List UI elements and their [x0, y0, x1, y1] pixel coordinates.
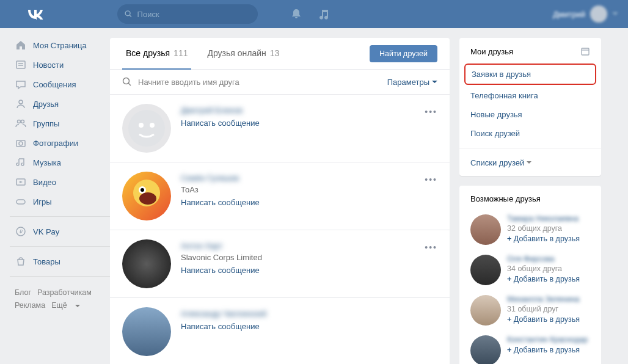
friend-name-link[interactable]: Александр Чаплинский [181, 309, 266, 318]
phonebook-link[interactable]: Телефонная книга [459, 86, 601, 105]
svg-point-17 [139, 123, 144, 128]
friend-name-link[interactable]: Антон Харт [181, 241, 262, 250]
svg-rect-11 [16, 200, 25, 204]
calendar-icon[interactable] [580, 46, 590, 56]
my-friends-label[interactable]: Мои друзья [470, 47, 513, 56]
write-message-link[interactable]: Написать сообщение [181, 266, 262, 275]
nav-games[interactable]: Игры [10, 192, 110, 211]
tab-count: 13 [270, 48, 280, 58]
nav-label: Видео [33, 178, 56, 187]
avatar [590, 5, 607, 23]
music-nav-icon [15, 156, 27, 169]
nav-label: Новости [33, 60, 64, 70]
suggestion-name[interactable]: Константин Краснодар [507, 335, 588, 344]
chevron-down-icon [612, 12, 618, 16]
user-menu[interactable]: Дмитрий [553, 5, 618, 23]
msg-icon [15, 78, 27, 90]
svg-rect-2 [16, 61, 25, 68]
find-friends-link[interactable]: Поиск друзей [459, 124, 601, 143]
friend-row: Семён Гуляшев ТоАз Написать сообщение ••… [110, 162, 450, 230]
username: Дмитрий [553, 10, 585, 19]
nav-photos[interactable]: Фотографии [10, 133, 110, 153]
suggestion-avatar[interactable] [470, 214, 501, 245]
write-message-link[interactable]: Написать сообщение [181, 118, 260, 128]
suggestion-name[interactable]: Тамара Николаевна [507, 214, 580, 223]
friend-row: Дмитрий Блинов Написать сообщение ••• [110, 95, 450, 162]
tab-all-friends[interactable]: Все друзья111 [122, 38, 191, 70]
svg-point-6 [18, 120, 21, 123]
chevron-down-icon [432, 81, 437, 84]
music-icon[interactable] [318, 9, 329, 20]
suggestion-avatar[interactable] [470, 255, 501, 285]
nav-music[interactable]: Музыка [10, 153, 110, 172]
search-icon [122, 77, 132, 87]
svg-text:₽: ₽ [20, 229, 23, 235]
nav-video[interactable]: Видео [10, 172, 110, 192]
suggestion-mutual: 32 общих друга [507, 224, 580, 233]
nav-label: Друзья [33, 100, 59, 109]
svg-point-16 [128, 110, 165, 147]
nav-messages[interactable]: Сообщения [10, 75, 110, 94]
friend-lists-link[interactable]: Списки друзей [459, 153, 601, 176]
footer-ads[interactable]: Реклама [15, 301, 45, 310]
add-friend-link[interactable]: Добавить в друзья [507, 315, 580, 324]
write-message-link[interactable]: Написать сообщение [181, 198, 260, 207]
friend-name-link[interactable]: Семён Гуляшев [181, 173, 260, 183]
suggestion-avatar[interactable] [470, 295, 501, 326]
svg-point-21 [141, 188, 144, 192]
nav-friends[interactable]: Друзья [10, 94, 110, 114]
vk-logo[interactable] [27, 9, 44, 20]
svg-point-7 [21, 120, 24, 123]
nav-my-page[interactable]: Моя Страница [10, 35, 110, 55]
nav-label: VK Pay [33, 227, 59, 236]
find-friends-button[interactable]: Найти друзей [370, 45, 437, 62]
nav-goods[interactable]: Товары [10, 252, 110, 271]
nav-label: Группы [33, 119, 59, 128]
bell-icon[interactable] [290, 8, 302, 20]
friend-menu-icon[interactable]: ••• [425, 107, 437, 117]
friend-avatar[interactable] [122, 307, 171, 356]
tab-online-friends[interactable]: Друзья онлайн13 [203, 38, 283, 70]
friend-menu-icon[interactable]: ••• [425, 175, 437, 184]
svg-rect-23 [582, 48, 589, 55]
footer-dev[interactable]: Разработчикам [37, 288, 92, 297]
suggestion-row: Константин Краснодар Добавить в друзья [459, 330, 601, 364]
suggestion-row: Оля Фирсова 34 общих друга Добавить в др… [459, 250, 601, 290]
add-friend-link[interactable]: Добавить в друзья [507, 346, 588, 354]
write-message-link[interactable]: Написать сообщение [181, 322, 266, 331]
svg-line-1 [130, 15, 131, 17]
suggestions-title: Возможные друзья [459, 186, 601, 209]
params-link[interactable]: Параметры [387, 78, 437, 87]
right-column: Мои друзья Заявки в друзья Телефонная кн… [459, 38, 601, 364]
footer-blog[interactable]: Блог [15, 288, 31, 297]
friend-subtitle: ТоАз [181, 185, 260, 194]
nav-groups[interactable]: Группы [10, 114, 110, 133]
suggestion-name[interactable]: Михаилла Зеленина [507, 295, 580, 304]
search-input[interactable] [137, 10, 250, 19]
friend-menu-icon[interactable]: ••• [425, 242, 437, 252]
games-icon [15, 195, 27, 208]
search-bar[interactable] [117, 4, 258, 24]
footer-more[interactable]: Ещё [51, 301, 80, 310]
friend-avatar[interactable] [122, 172, 171, 220]
nav-label: Сообщения [33, 80, 76, 89]
friend-avatar[interactable] [122, 239, 171, 288]
nav-vkpay[interactable]: ₽VK Pay [10, 222, 110, 241]
suggestion-mutual: 31 общий друг [507, 305, 580, 313]
nav-label: Фотографии [33, 139, 78, 148]
add-friend-link[interactable]: Добавить в друзья [507, 275, 580, 283]
friend-requests-link[interactable]: Заявки в друзья [464, 64, 596, 85]
add-friend-link[interactable]: Добавить в друзья [507, 235, 580, 243]
friend-name-link[interactable]: Дмитрий Блинов [181, 106, 260, 115]
friend-avatar[interactable] [122, 104, 171, 153]
suggestions-box: Возможные друзья Тамара Николаевна 32 об… [459, 186, 601, 364]
suggestion-avatar[interactable] [470, 335, 501, 364]
video-icon [15, 176, 27, 188]
friend-search-input[interactable] [138, 78, 387, 87]
nav-news[interactable]: Новости [10, 55, 110, 75]
footer-links: БлогРазработчикам РекламаЕщё [10, 282, 110, 318]
svg-line-15 [128, 83, 131, 86]
suggestion-name[interactable]: Оля Фирсова [507, 255, 580, 263]
new-friends-link[interactable]: Новые друзья [459, 105, 601, 124]
goods-icon [15, 255, 27, 268]
